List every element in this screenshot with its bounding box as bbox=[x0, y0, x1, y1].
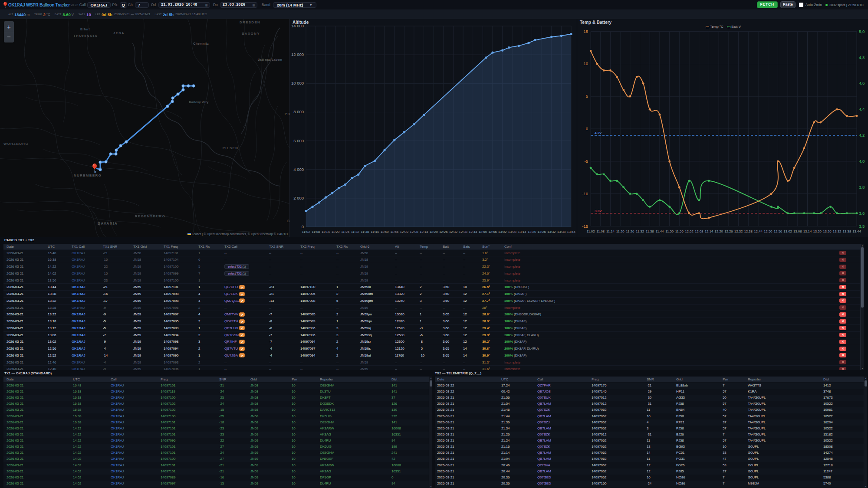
svg-text:13:38: 13:38 bbox=[843, 229, 852, 233]
svg-text:SAXONY: SAXONY bbox=[242, 32, 260, 36]
svg-text:5: 5 bbox=[586, 94, 588, 98]
svg-text:12:02: 12:02 bbox=[685, 229, 694, 233]
svg-text:11:56: 11:56 bbox=[390, 230, 398, 234]
svg-text:11:38: 11:38 bbox=[361, 230, 369, 234]
svg-text:11:02: 11:02 bbox=[587, 229, 595, 233]
svg-text:12:20: 12:20 bbox=[429, 230, 438, 234]
svg-text:6 000: 6 000 bbox=[293, 138, 304, 143]
svg-text:12:38: 12:38 bbox=[744, 229, 753, 233]
svg-text:PILSEN: PILSEN bbox=[223, 146, 239, 150]
svg-text:11:50: 11:50 bbox=[381, 230, 389, 234]
svg-text:11:20: 11:20 bbox=[331, 230, 340, 234]
svg-text:Ústí nad Labem: Ústí nad Labem bbox=[258, 58, 282, 62]
svg-text:JENA: JENA bbox=[113, 31, 125, 35]
svg-text:3.6V: 3.6V bbox=[595, 209, 602, 213]
svg-text:12:26: 12:26 bbox=[439, 230, 448, 234]
svg-text:11:08: 11:08 bbox=[312, 230, 320, 234]
svg-text:3,5: 3,5 bbox=[859, 224, 865, 229]
svg-text:11:20: 11:20 bbox=[616, 229, 625, 233]
svg-text:13:38: 13:38 bbox=[557, 230, 566, 234]
svg-text:13:32: 13:32 bbox=[547, 230, 556, 234]
svg-text:Chemnitz: Chemnitz bbox=[193, 42, 209, 46]
svg-text:12:26: 12:26 bbox=[724, 229, 733, 233]
svg-text:10 000: 10 000 bbox=[291, 81, 304, 85]
svg-text:12:32: 12:32 bbox=[449, 230, 458, 234]
svg-text:11:56: 11:56 bbox=[675, 229, 684, 233]
svg-text:11:32: 11:32 bbox=[636, 229, 644, 233]
svg-text:11:38: 11:38 bbox=[646, 229, 654, 233]
svg-text:11:02: 11:02 bbox=[302, 230, 310, 234]
svg-text:13:08: 13:08 bbox=[508, 230, 516, 234]
svg-text:13:26: 13:26 bbox=[823, 229, 832, 233]
svg-text:11:50: 11:50 bbox=[665, 229, 674, 233]
svg-text:12:44: 12:44 bbox=[469, 230, 477, 234]
svg-text:2 000: 2 000 bbox=[293, 196, 304, 200]
svg-text:13:44: 13:44 bbox=[852, 229, 861, 233]
svg-text:3,8: 3,8 bbox=[859, 185, 865, 190]
svg-text:0: 0 bbox=[302, 224, 304, 229]
svg-text:DRESDEN: DRESDEN bbox=[240, 20, 260, 24]
svg-text:12:32: 12:32 bbox=[734, 229, 743, 233]
svg-text:11:32: 11:32 bbox=[351, 230, 359, 234]
svg-text:12:38: 12:38 bbox=[459, 230, 467, 234]
svg-text:BAVARIA: BAVARIA bbox=[98, 221, 118, 226]
svg-text:4,2: 4,2 bbox=[859, 133, 865, 138]
svg-text:NUREMBERG: NUREMBERG bbox=[74, 174, 102, 177]
svg-text:THURINGIA: THURINGIA bbox=[73, 34, 98, 38]
svg-text:-10: -10 bbox=[582, 191, 588, 196]
svg-text:4,0: 4,0 bbox=[859, 159, 865, 164]
svg-text:4,8: 4,8 bbox=[859, 55, 865, 60]
svg-text:12:44: 12:44 bbox=[754, 229, 763, 233]
svg-text:-15: -15 bbox=[582, 224, 588, 229]
svg-text:12 000: 12 000 bbox=[291, 52, 304, 57]
svg-text:4.2V: 4.2V bbox=[595, 131, 602, 135]
svg-text:12:14: 12:14 bbox=[420, 230, 428, 234]
svg-text:12:14: 12:14 bbox=[705, 229, 713, 233]
svg-text:12:56: 12:56 bbox=[774, 229, 783, 233]
svg-text:13:14: 13:14 bbox=[803, 229, 812, 233]
svg-text:13:02: 13:02 bbox=[783, 229, 792, 233]
svg-text:13:20: 13:20 bbox=[813, 229, 822, 233]
svg-text:13:26: 13:26 bbox=[537, 230, 546, 234]
svg-text:13:14: 13:14 bbox=[518, 230, 526, 234]
svg-text:10: 10 bbox=[583, 61, 588, 66]
svg-text:11:44: 11:44 bbox=[371, 230, 379, 234]
svg-text:12:08: 12:08 bbox=[695, 229, 704, 233]
svg-text:-5: -5 bbox=[585, 159, 588, 164]
svg-text:13:02: 13:02 bbox=[498, 230, 507, 234]
svg-text:WÜRZBURG: WÜRZBURG bbox=[3, 142, 29, 146]
svg-text:0: 0 bbox=[586, 126, 588, 131]
svg-text:Karlovy Vary: Karlovy Vary bbox=[189, 101, 209, 104]
svg-text:4,6: 4,6 bbox=[859, 81, 865, 85]
svg-text:13:44: 13:44 bbox=[567, 230, 575, 234]
svg-text:12:02: 12:02 bbox=[400, 230, 409, 234]
svg-text:11:26: 11:26 bbox=[626, 229, 634, 233]
svg-text:11:26: 11:26 bbox=[341, 230, 349, 234]
svg-text:11:08: 11:08 bbox=[596, 229, 605, 233]
svg-text:5,0: 5,0 bbox=[859, 29, 865, 34]
svg-text:4,4: 4,4 bbox=[859, 107, 865, 111]
svg-text:15: 15 bbox=[583, 29, 588, 34]
svg-text:12:56: 12:56 bbox=[488, 230, 497, 234]
svg-text:12:50: 12:50 bbox=[764, 229, 773, 233]
svg-text:8 000: 8 000 bbox=[293, 109, 304, 114]
svg-text:PR: PR bbox=[285, 112, 290, 116]
svg-text:11:14: 11:14 bbox=[606, 229, 615, 233]
svg-text:Česk: Česk bbox=[287, 219, 290, 223]
svg-text:13:32: 13:32 bbox=[833, 229, 842, 233]
svg-text:11:14: 11:14 bbox=[322, 230, 330, 234]
svg-text:REGENSBURG: REGENSBURG bbox=[135, 214, 165, 218]
svg-text:12:50: 12:50 bbox=[479, 230, 487, 234]
svg-text:3,6: 3,6 bbox=[859, 211, 865, 216]
svg-text:12:08: 12:08 bbox=[410, 230, 418, 234]
svg-text:12:20: 12:20 bbox=[714, 229, 723, 233]
svg-text:13:08: 13:08 bbox=[793, 229, 802, 233]
svg-text:13:20: 13:20 bbox=[528, 230, 536, 234]
svg-text:11:44: 11:44 bbox=[655, 229, 664, 233]
svg-text:Erfurt: Erfurt bbox=[80, 27, 90, 31]
svg-text:4 000: 4 000 bbox=[293, 167, 304, 172]
